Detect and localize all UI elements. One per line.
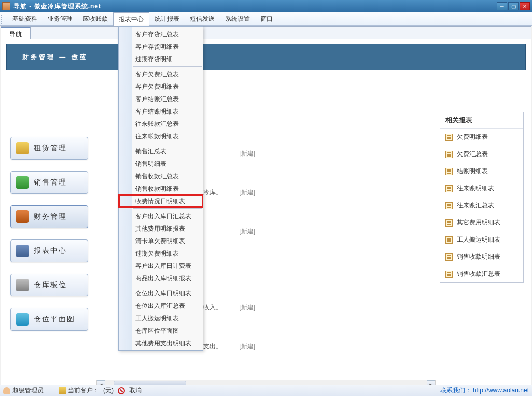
dropdown-item[interactable]: 销售收款明细表 [119, 182, 203, 195]
window-title: 导航 - 傲蓝冷库管理系统.net [13, 2, 497, 11]
dropdown-item[interactable]: 仓位出入库汇总表 [119, 300, 203, 312]
dropdown-item[interactable]: 客户出入库日汇总表 [119, 210, 203, 222]
report-icon [445, 271, 453, 278]
report-icon [445, 219, 453, 227]
new-link[interactable]: [新建] [239, 303, 255, 312]
dropdown-item[interactable]: 客户结账汇总表 [119, 93, 203, 105]
current-user: 超级管理员 [12, 386, 44, 395]
page-title: 财务管理 — 傲蓝 [22, 53, 88, 62]
dropdown-item[interactable]: 过期欠费明细表 [119, 247, 203, 260]
related-report-item[interactable]: 结账明细表 [440, 163, 523, 180]
contact-link[interactable]: http://www.aolan.net [473, 387, 529, 394]
dropdown-item[interactable]: 客户出入库日计费表 [119, 260, 203, 272]
cancel-icon[interactable] [118, 387, 125, 394]
related-report-item[interactable]: 工人搬运明细表 [440, 231, 523, 248]
dropdown-item[interactable]: 销售汇总表 [119, 145, 203, 158]
nav-floorplan[interactable]: 仓位平面图 [10, 308, 88, 331]
finance-icon [16, 210, 29, 223]
related-report-item[interactable]: 往来账明细表 [440, 180, 523, 197]
nav-reports[interactable]: 报表中心 [10, 239, 88, 262]
menu-window[interactable]: 窗口 [255, 12, 278, 25]
dropdown-item[interactable]: 销售明细表 [119, 158, 203, 170]
related-reports-panel: 相关报表 欠费明细表欠费汇总表结账明细表往来账明细表往来账汇总表其它费用明细表工… [440, 112, 524, 283]
dropdown-item[interactable]: 仓库区位平面图 [119, 324, 203, 337]
menu-sms[interactable]: 短信发送 [185, 12, 220, 25]
minimize-button[interactable]: ─ [497, 2, 507, 10]
report-icon [445, 134, 453, 141]
tab-nav[interactable]: 导航 [1, 27, 31, 39]
related-reports-title: 相关报表 [440, 112, 523, 129]
dropdown-item[interactable]: 其他费用支出明细表 [119, 337, 203, 349]
customer-icon [59, 387, 66, 394]
new-link[interactable]: [新建] [239, 149, 255, 158]
menu-basic-data[interactable]: 基础资料 [7, 12, 43, 25]
menu-receivables[interactable]: 应收账款 [78, 12, 113, 25]
dropdown-item[interactable]: 往来帐款明细表 [119, 130, 203, 143]
related-report-item[interactable]: 销售收款明细表 [440, 248, 523, 265]
report-icon [445, 151, 453, 158]
floorplan-icon [16, 313, 29, 326]
dropdown-item[interactable]: 过期存货明细 [119, 53, 203, 65]
dropdown-item[interactable]: 客户存货明细表 [119, 40, 203, 53]
menu-report-center[interactable]: 报表中心 [113, 12, 149, 26]
nav-rental[interactable]: 租赁管理 [10, 137, 88, 160]
dropdown-item[interactable]: 客户结账明细表 [119, 105, 203, 118]
related-report-item[interactable]: 往来账汇总表 [440, 197, 523, 214]
main-area: 导航 财务管理 — 傲蓝 v5.2 租赁管理 销售管理 财务管理 报表 [1, 26, 531, 386]
nav-sales[interactable]: 销售管理 [10, 171, 88, 194]
maximize-button[interactable]: ▢ [508, 2, 519, 10]
app-icon [2, 2, 10, 10]
dropdown-item[interactable]: 收费情况日明细表 [119, 195, 203, 207]
new-link[interactable]: [新建] [239, 188, 255, 197]
close-button[interactable]: ✕ [520, 2, 530, 10]
nav-finance[interactable]: 财务管理 [10, 205, 88, 228]
warehouse-icon [16, 279, 29, 291]
related-report-item[interactable]: 其它费用明细表 [440, 214, 523, 231]
menu-bar: 基础资料 业务管理 应收账款 报表中心 统计报表 短信发送 系统设置 窗口 [0, 12, 532, 26]
dropdown-item[interactable]: 客户欠费汇总表 [119, 68, 203, 80]
dropdown-item[interactable]: 其他费用明细报表 [119, 222, 203, 235]
title-bar: 导航 - 傲蓝冷库管理系统.net ─ ▢ ✕ [0, 0, 532, 12]
dropdown-separator [133, 208, 202, 209]
menu-stats[interactable]: 统计报表 [149, 12, 185, 25]
content: 财务管理 — 傲蓝 v5.2 租赁管理 销售管理 财务管理 报表中心 [1, 44, 531, 390]
user-icon [3, 387, 10, 394]
sales-icon [16, 176, 29, 189]
tab-strip: 导航 [1, 27, 531, 39]
page-header: 财务管理 — 傲蓝 v5.2 [6, 44, 526, 70]
dropdown-item[interactable]: 客户欠费明细表 [119, 80, 203, 93]
customer-value: (无) [103, 386, 114, 395]
menu-business[interactable]: 业务管理 [43, 12, 78, 25]
report-center-dropdown: 客户存货汇总表客户存货明细表过期存货明细客户欠费汇总表客户欠费明细表客户结账汇总… [118, 26, 203, 351]
report-icon [445, 185, 453, 192]
cancel-label[interactable]: 取消 [129, 386, 142, 395]
new-link[interactable]: [新建] [239, 342, 255, 351]
nav-warehouse[interactable]: 仓库板位 [10, 274, 88, 296]
related-report-item[interactable]: 欠费汇总表 [440, 146, 523, 163]
customer-label: 当前客户： [68, 386, 99, 395]
reports-icon [16, 245, 29, 257]
separator [55, 387, 55, 395]
report-icon [445, 168, 453, 175]
menu-settings[interactable]: 系统设置 [220, 12, 255, 25]
dropdown-item[interactable]: 仓位出入库日明细表 [119, 287, 203, 300]
dropdown-item[interactable]: 客户存货汇总表 [119, 28, 203, 40]
dropdown-item[interactable]: 商品出入库明细报表 [119, 272, 203, 285]
report-icon [445, 253, 453, 261]
rental-icon [16, 142, 29, 154]
status-bar: 超级管理员 当前客户： (无) 取消 联系我们： http://www.aola… [0, 385, 532, 396]
report-icon [445, 202, 453, 209]
report-icon [445, 236, 453, 244]
dropdown-separator [133, 286, 202, 286]
related-report-item[interactable]: 欠费明细表 [440, 129, 523, 146]
new-link[interactable]: [新建] [239, 227, 255, 236]
dropdown-item[interactable]: 销售收款汇总表 [119, 170, 203, 182]
menu-grip[interactable] [1, 15, 4, 24]
dropdown-item[interactable]: 工人搬运明细表 [119, 312, 203, 324]
dropdown-separator [133, 66, 202, 67]
dropdown-item[interactable]: 往来账款汇总表 [119, 118, 203, 130]
dropdown-separator [133, 144, 202, 144]
dropdown-item[interactable]: 清卡单欠费明细表 [119, 235, 203, 247]
related-report-item[interactable]: 销售收款汇总表 [440, 265, 523, 282]
contact-label: 联系我们： [440, 387, 471, 394]
